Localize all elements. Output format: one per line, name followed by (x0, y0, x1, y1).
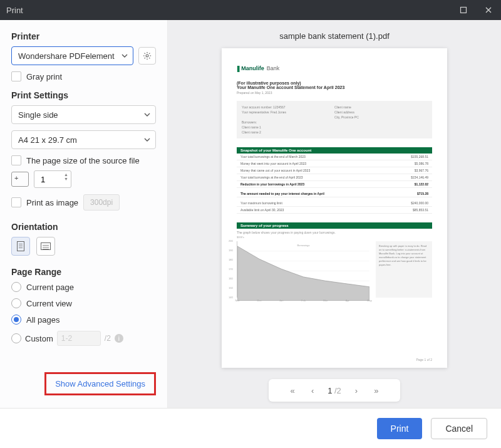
side-value: Single side (18, 110, 58, 120)
print-button[interactable]: Print (377, 418, 423, 439)
svg-rect-0 (461, 8, 467, 13)
stepper-arrows-icon[interactable]: ▲▼ (64, 172, 68, 181)
brand-sub: Bank (267, 65, 280, 71)
custom-range-placeholder: 1-2 (61, 334, 72, 343)
table-row: Your total borrowings at the end of Marc… (237, 154, 432, 160)
first-page-button[interactable]: « (287, 386, 297, 395)
brand-logo-icon: ||| (237, 65, 239, 72)
gear-icon (143, 51, 152, 60)
source-size-label: The page size of the source file (26, 156, 140, 165)
label-custom: Custom (25, 334, 53, 343)
paper-size-select[interactable]: A4 21 x 29.7 cm (11, 130, 156, 149)
print-dialog: Print Printer Wondershare PDFelement (0, 0, 501, 448)
orientation-portrait-button[interactable] (11, 237, 30, 256)
preview-panel: sample bank statement (1).pdf ||| Manuli… (168, 20, 501, 408)
radio-custom[interactable] (11, 333, 21, 343)
progress-chart: Borrowings 140150160170180190200 NovDecJ… (237, 241, 369, 298)
table-row: Money that came out of your account in A… (237, 167, 432, 174)
copies-value: 1 (41, 175, 45, 184)
gray-print-checkbox[interactable] (11, 71, 21, 81)
printer-properties-button[interactable] (138, 47, 156, 65)
print-as-image-label: Print as image (26, 198, 78, 207)
copies-icon (11, 172, 29, 187)
landscape-icon (41, 242, 51, 250)
table-row: Money that went into your account in Apr… (237, 160, 432, 167)
svg-point-1 (146, 55, 148, 57)
dpi-placeholder: 300dpi (90, 198, 113, 207)
dpi-input: 300dpi (83, 194, 120, 211)
dialog-footer: Print Cancel (0, 408, 501, 448)
orientation-label: Orientation (11, 222, 156, 232)
cancel-button[interactable]: Cancel (431, 418, 487, 439)
close-button[interactable] (476, 0, 501, 20)
source-size-checkbox[interactable] (11, 155, 21, 165)
radio-all-pages[interactable] (11, 315, 21, 325)
printer-select[interactable]: Wondershare PDFelement (11, 46, 133, 65)
preview-line2: Your Manulife One account Statement for … (237, 85, 432, 90)
maximize-icon (460, 6, 467, 14)
print-as-image-checkbox[interactable] (11, 197, 21, 207)
aside-note: Breaking up with paper is easy to do. Re… (376, 241, 432, 298)
table-row: The amount needed to pay your interest c… (237, 190, 432, 197)
print-settings-label: Print Settings (11, 90, 156, 100)
brand-name: Manulife (241, 65, 264, 71)
label-all-pages: All pages (26, 315, 59, 325)
chevron-down-icon (121, 53, 128, 59)
chevron-down-icon (144, 112, 150, 118)
maximize-button[interactable] (451, 0, 476, 20)
chevron-down-icon (144, 137, 150, 143)
copies-input[interactable]: 1 ▲▼ (34, 170, 71, 188)
document-filename: sample bank statement (1).pdf (279, 31, 390, 41)
prev-page-button[interactable]: ‹ (307, 386, 318, 395)
section2-header: Summary of your progress (237, 222, 432, 229)
page-navigator: « ‹ 1 /2 › » (269, 379, 400, 402)
radio-current-view[interactable] (11, 298, 21, 308)
table-row: Reduction in your borrowings in April 20… (237, 181, 432, 188)
preview-prepared: Prepared on May 1, 2023 (237, 91, 432, 95)
titlebar: Print (0, 0, 501, 20)
account-info-box: Your account number: 1234567Your represe… (237, 101, 432, 138)
page-preview: ||| Manulife Bank (For illustrative purp… (222, 48, 447, 368)
section1-header: Snapshot of your Manulife One account (237, 147, 432, 154)
pager-current: 1 (328, 386, 332, 395)
next-page-button[interactable]: › (351, 386, 361, 395)
table-row: Your maximum borrowing limit$240,000.00 (237, 200, 432, 207)
info-icon[interactable]: i (115, 334, 123, 343)
label-current-page: Current page (26, 283, 74, 292)
close-icon (485, 6, 492, 14)
label-current-view: Current view (26, 299, 72, 308)
page-range-label: Page Range (11, 267, 156, 277)
paper-value: A4 21 x 29.7 cm (18, 135, 77, 145)
section2-sub: The graph below shows your progress in p… (237, 231, 432, 234)
table-row: Available limit on April 30, 2023$85,853… (237, 207, 432, 214)
portrait-icon (17, 241, 24, 251)
orientation-landscape-button[interactable] (36, 237, 55, 256)
radio-current-page[interactable] (11, 282, 21, 292)
custom-range-total: /2 (105, 334, 111, 343)
show-advanced-settings-link[interactable]: Show Advanced Settings (44, 372, 156, 395)
gray-print-label: Gray print (26, 72, 62, 81)
settings-panel: Printer Wondershare PDFelement Gray prin… (0, 20, 168, 408)
preview-page-number: Page 1 of 2 (416, 358, 432, 362)
preview-line1: (For illustrative purposes only) (237, 81, 432, 85)
window-title: Print (6, 6, 23, 15)
printer-section-label: Printer (11, 31, 156, 41)
side-select[interactable]: Single side (11, 105, 156, 124)
custom-range-input[interactable]: 1-2 (57, 331, 101, 346)
printer-selected-value: Wondershare PDFelement (18, 51, 115, 61)
pager-total: /2 (334, 386, 341, 395)
table-row: Your total borrowings at the end of Apri… (237, 174, 432, 181)
last-page-button[interactable]: » (371, 386, 381, 395)
